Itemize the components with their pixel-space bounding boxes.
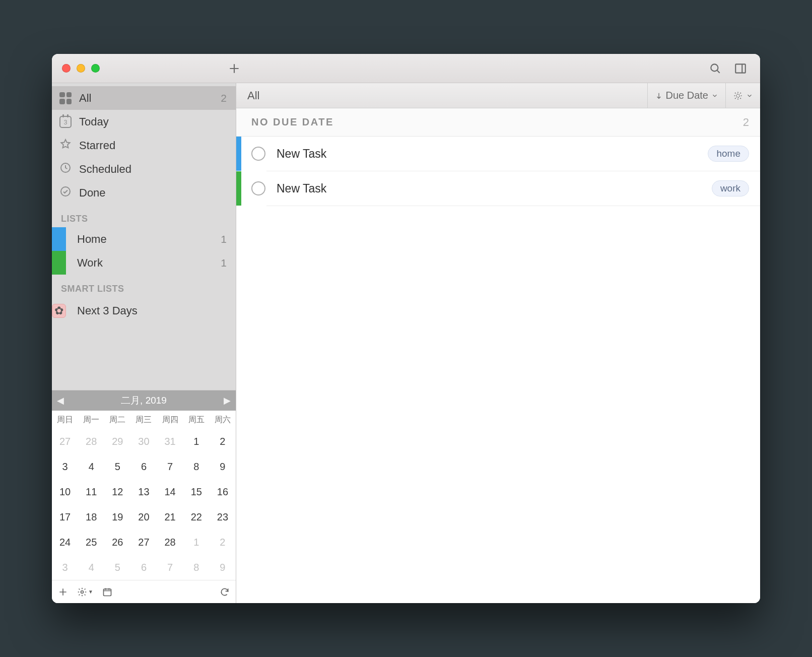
- sidebar-item-label: Starred: [79, 139, 115, 152]
- calendar-weekday: 周四: [157, 411, 183, 429]
- sidebar-item-done[interactable]: Done: [52, 181, 236, 205]
- minimize-window-button[interactable]: [77, 64, 85, 73]
- new-task-button[interactable]: [222, 59, 247, 78]
- close-window-button[interactable]: [62, 64, 71, 73]
- chevron-down-icon: ▼: [88, 589, 93, 595]
- smart-lists-header: SMART LISTS: [52, 275, 236, 297]
- calendar-day[interactable]: 1: [183, 530, 210, 555]
- task-checkbox[interactable]: [251, 147, 265, 161]
- calendar-day[interactable]: 4: [78, 454, 104, 479]
- sidebar-item-starred[interactable]: Starred: [52, 134, 236, 157]
- calendar-header: ◀ 二月, 2019 ▶: [52, 390, 236, 411]
- task-list: New TaskhomeNew Taskwork: [236, 137, 760, 206]
- calendar-day[interactable]: 4: [78, 555, 104, 580]
- svg-point-4: [81, 590, 84, 593]
- calendar-day[interactable]: 6: [130, 454, 157, 479]
- calendar-day[interactable]: 6: [130, 555, 157, 580]
- calendar-day[interactable]: 31: [157, 429, 183, 454]
- zoom-window-button[interactable]: [91, 64, 100, 73]
- calendar-day[interactable]: 29: [104, 429, 130, 454]
- calendar-day[interactable]: 10: [52, 479, 78, 504]
- calendar-add-button[interactable]: [58, 587, 68, 597]
- task-checkbox[interactable]: [251, 181, 265, 195]
- calendar-day[interactable]: 2: [210, 429, 236, 454]
- toggle-panel-button[interactable]: [728, 59, 753, 78]
- calendar-weekday: 周一: [78, 411, 104, 429]
- calendar-prev-button[interactable]: ◀: [57, 395, 64, 406]
- calendar-day[interactable]: 2: [210, 530, 236, 555]
- list-count: 1: [221, 233, 227, 245]
- calendar-day[interactable]: 15: [183, 479, 210, 504]
- calendar-day[interactable]: 11: [78, 479, 104, 504]
- calendar-day[interactable]: 8: [183, 454, 210, 479]
- list-color-swatch: [52, 227, 66, 251]
- sidebar-item-all[interactable]: All2: [52, 86, 236, 110]
- calendar-day[interactable]: 3: [52, 555, 78, 580]
- calendar-day[interactable]: 14: [157, 479, 183, 504]
- sidebar-item-label: Scheduled: [79, 163, 131, 176]
- calendar-next-button[interactable]: ▶: [224, 395, 231, 406]
- calendar-day[interactable]: 12: [104, 479, 130, 504]
- calendar-day[interactable]: 3: [52, 454, 78, 479]
- task-row[interactable]: New Taskhome: [236, 137, 760, 171]
- calendar-day[interactable]: 18: [78, 504, 104, 530]
- calendar-day[interactable]: 8: [183, 555, 210, 580]
- calendar-day[interactable]: 17: [52, 504, 78, 530]
- smart-list-item[interactable]: ✿Next 3 Days: [52, 297, 236, 324]
- calendar-day[interactable]: 22: [183, 504, 210, 530]
- calendar-day[interactable]: 30: [130, 429, 157, 454]
- calendar-day[interactable]: 19: [104, 504, 130, 530]
- calendar-day[interactable]: 7: [157, 454, 183, 479]
- gear-icon: ✿: [52, 304, 66, 318]
- smart-lists: ✿Next 3 Days: [52, 297, 236, 324]
- calendar-day[interactable]: 5: [104, 555, 130, 580]
- svg-point-0: [711, 64, 718, 71]
- sidebar: All23TodayStarredScheduledDone LISTS Hom…: [52, 83, 236, 603]
- calendar-day[interactable]: 9: [210, 454, 236, 479]
- task-name: New Task: [277, 147, 326, 161]
- calendar-day[interactable]: 5: [104, 454, 130, 479]
- calendar-day[interactable]: 13: [130, 479, 157, 504]
- grid-icon: [59, 92, 72, 104]
- calendar-day[interactable]: 28: [157, 530, 183, 555]
- calendar-sync-button[interactable]: [220, 587, 230, 597]
- calendar-day[interactable]: 27: [130, 530, 157, 555]
- sort-menu[interactable]: Due Date: [647, 83, 726, 108]
- task-section-header[interactable]: NO DUE DATE 2: [236, 108, 760, 137]
- svg-rect-1: [735, 64, 746, 73]
- titlebar: [52, 54, 760, 83]
- list-color-swatch: [52, 251, 66, 275]
- calendar-day[interactable]: 28: [78, 429, 104, 454]
- plus-icon: [228, 62, 241, 75]
- sidebar-item-scheduled[interactable]: Scheduled: [52, 157, 236, 181]
- calendar-day[interactable]: 9: [210, 555, 236, 580]
- calendar-day[interactable]: 27: [52, 429, 78, 454]
- plus-icon: [58, 587, 68, 597]
- calendar-day[interactable]: 20: [130, 504, 157, 530]
- search-button[interactable]: [703, 59, 728, 78]
- task-tag[interactable]: work: [712, 180, 749, 196]
- calendar-weekday: 周六: [210, 411, 236, 429]
- calendar-day[interactable]: 7: [157, 555, 183, 580]
- calendar-day[interactable]: 25: [78, 530, 104, 555]
- calendar-day[interactable]: 21: [157, 504, 183, 530]
- calendar-today-button[interactable]: [102, 587, 112, 597]
- calendar-settings-button[interactable]: ▼: [77, 587, 93, 597]
- calendar-day[interactable]: 24: [52, 530, 78, 555]
- view-options-menu[interactable]: [725, 83, 760, 108]
- builtin-lists: All23TodayStarredScheduledDone: [52, 83, 236, 205]
- calendar-day[interactable]: 23: [210, 504, 236, 530]
- calendar-day[interactable]: 16: [210, 479, 236, 504]
- list-label: Work: [77, 256, 103, 270]
- task-row[interactable]: New Taskwork: [236, 171, 760, 206]
- calendar-day-icon: 3: [59, 116, 72, 128]
- sidebar-list-home[interactable]: Home1: [52, 227, 236, 251]
- calendar-day[interactable]: 26: [104, 530, 130, 555]
- calendar-day[interactable]: 1: [183, 429, 210, 454]
- section-title: NO DUE DATE: [251, 116, 334, 128]
- task-tag[interactable]: home: [708, 146, 749, 162]
- sidebar-item-today[interactable]: 3Today: [52, 110, 236, 134]
- search-icon: [709, 62, 722, 75]
- check-circle-icon: [59, 185, 72, 201]
- sidebar-list-work[interactable]: Work1: [52, 251, 236, 275]
